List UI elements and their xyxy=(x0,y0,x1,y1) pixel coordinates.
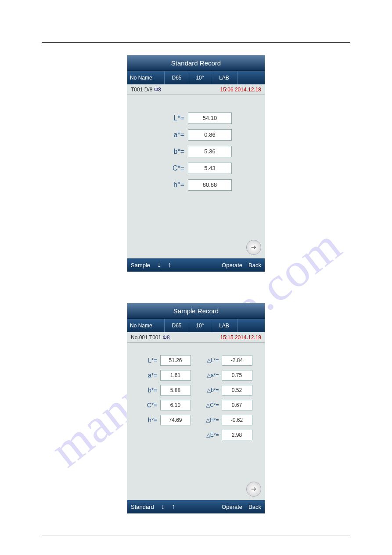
seg-blank xyxy=(237,71,265,84)
seg-name[interactable]: No Name xyxy=(127,319,165,332)
value-db[interactable]: 0.52 xyxy=(222,385,252,395)
value-a[interactable]: 1.61 xyxy=(160,370,191,381)
arrow-right-icon xyxy=(250,486,257,493)
row-a: a*= 1.61 △a*= 0.75 xyxy=(127,370,265,381)
title-bar: Sample Record xyxy=(127,303,265,319)
seg-blank xyxy=(237,319,265,332)
value-L[interactable]: 51.26 xyxy=(160,355,191,366)
label-b: b*= xyxy=(160,148,184,156)
meta-right: 15:15 2014.12.19 xyxy=(220,334,261,341)
value-b[interactable]: 5.88 xyxy=(160,385,191,395)
meta-line: T001 D/8 Φ8 15:06 2014.12.18 xyxy=(127,84,265,95)
value-dE[interactable]: 2.98 xyxy=(222,430,252,440)
label-h: h°= xyxy=(140,417,158,424)
meta-right: 15:06 2014.12.18 xyxy=(220,87,261,93)
label-C: C*= xyxy=(140,402,158,409)
row-L: L*= 51.26 △L*= -2.84 xyxy=(127,355,265,366)
row-b: b*= 5.88 △b*= 0.52 xyxy=(127,385,265,395)
label-L: L*= xyxy=(140,357,158,364)
label-a: a*= xyxy=(140,372,158,379)
foot-operate[interactable]: Operate xyxy=(222,504,242,510)
bottom-rule xyxy=(42,536,350,536)
seg-name[interactable]: No Name xyxy=(127,71,165,84)
next-button[interactable] xyxy=(246,482,261,497)
value-da[interactable]: 0.75 xyxy=(222,370,252,381)
value-C[interactable]: 6.10 xyxy=(160,400,191,410)
foot-sample[interactable]: Sample xyxy=(131,262,150,268)
footer-bar: Sample ↓ ↑ Operate Back xyxy=(127,258,265,272)
segment-bar: No Name D65 10° LAB xyxy=(127,71,265,84)
label-dE: △E*= xyxy=(195,432,219,438)
seg-deg[interactable]: 10° xyxy=(189,319,211,332)
label-b: b*= xyxy=(140,387,158,394)
value-h[interactable]: 74.69 xyxy=(160,415,191,425)
value-b[interactable]: 5.36 xyxy=(188,146,232,157)
meta-left: T001 D/8 Φ8 xyxy=(131,87,161,93)
record-body: L*= 54.10 a*= 0.86 b*= 5.36 C*= 5.43 h°=… xyxy=(127,95,265,258)
value-dH[interactable]: -0.62 xyxy=(222,415,252,425)
seg-d65[interactable]: D65 xyxy=(165,319,189,332)
seg-d65[interactable]: D65 xyxy=(165,71,189,84)
record-body: L*= 51.26 △L*= -2.84 a*= 1.61 △a*= 0.75 … xyxy=(127,343,265,500)
next-button[interactable] xyxy=(246,240,261,255)
value-dL[interactable]: -2.84 xyxy=(222,355,252,366)
seg-deg[interactable]: 10° xyxy=(189,71,211,84)
arrow-right-icon xyxy=(250,244,257,251)
foot-back[interactable]: Back xyxy=(248,504,261,510)
sample-record-screen: Sample Record No Name D65 10° LAB No.001… xyxy=(127,303,265,514)
row-C: C*= 6.10 △C*= 0.67 xyxy=(127,400,265,410)
top-rule xyxy=(42,42,350,43)
value-a[interactable]: 0.86 xyxy=(188,129,232,141)
up-arrow-icon[interactable]: ↑ xyxy=(168,261,171,269)
standard-record-screen: Standard Record No Name D65 10° LAB T001… xyxy=(127,55,265,272)
foot-operate[interactable]: Operate xyxy=(222,262,242,268)
value-L[interactable]: 54.10 xyxy=(188,112,232,124)
foot-back[interactable]: Back xyxy=(248,262,261,268)
label-h: h°= xyxy=(160,181,184,189)
row-b: b*= 5.36 xyxy=(127,146,265,157)
foot-standard[interactable]: Standard xyxy=(131,504,154,510)
down-arrow-icon[interactable]: ↓ xyxy=(161,503,165,511)
row-E: △E*= 2.98 xyxy=(127,430,265,440)
label-da: △a*= xyxy=(195,372,219,378)
seg-lab[interactable]: LAB xyxy=(211,71,237,84)
footer-bar: Standard ↓ ↑ Operate Back xyxy=(127,500,265,513)
title-bar: Standard Record xyxy=(127,55,265,71)
row-L: L*= 54.10 xyxy=(127,112,265,124)
segment-bar: No Name D65 10° LAB xyxy=(127,319,265,332)
row-h: h°= 74.69 △H*= -0.62 xyxy=(127,415,265,425)
meta-line: No.001 T001 Φ8 15:15 2014.12.19 xyxy=(127,332,265,343)
value-h[interactable]: 80.88 xyxy=(188,179,232,191)
label-L: L*= xyxy=(160,114,184,122)
row-h: h°= 80.88 xyxy=(127,179,265,191)
down-arrow-icon[interactable]: ↓ xyxy=(157,261,161,269)
label-C: C*= xyxy=(160,164,184,172)
meta-left: No.001 T001 Φ8 xyxy=(131,334,170,341)
row-C: C*= 5.43 xyxy=(127,163,265,174)
label-db: △b*= xyxy=(195,387,219,393)
seg-lab[interactable]: LAB xyxy=(211,319,237,332)
value-C[interactable]: 5.43 xyxy=(188,163,232,174)
label-dH: △H*= xyxy=(195,417,219,423)
label-dL: △L*= xyxy=(195,357,219,363)
up-arrow-icon[interactable]: ↑ xyxy=(172,503,175,511)
label-a: a*= xyxy=(160,131,184,139)
label-dC: △C*= xyxy=(195,402,219,408)
row-a: a*= 0.86 xyxy=(127,129,265,141)
value-dC[interactable]: 0.67 xyxy=(222,400,252,410)
